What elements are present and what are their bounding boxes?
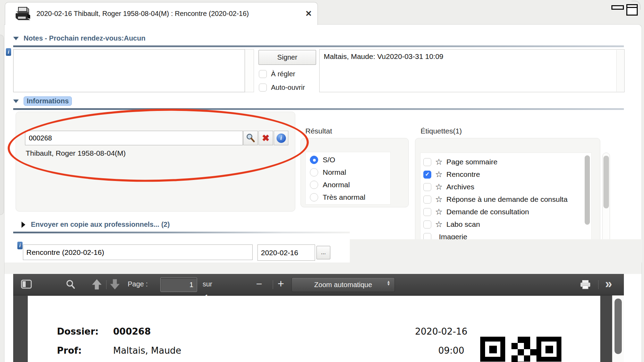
doc-date: 2020-02-16 xyxy=(415,326,467,337)
arrow-down-icon xyxy=(110,279,120,290)
zoom-out-button[interactable]: − xyxy=(256,278,262,290)
patient-info-button[interactable]: i xyxy=(274,131,288,145)
note-scrollbar-track[interactable] xyxy=(245,49,254,92)
envoyer-section-header[interactable]: Envoyer en copie aux professionnels... (… xyxy=(22,221,170,229)
patient-id-input[interactable] xyxy=(25,131,243,145)
expand-triangle-icon[interactable] xyxy=(22,222,25,228)
pdf-scrollbar-thumb[interactable] xyxy=(615,299,622,354)
radio-anormal[interactable] xyxy=(310,181,318,189)
info-glyph: i xyxy=(8,49,9,55)
etiquettes-listbox: ✓ ☆ Page sommaire ✓ ☆ Rencontre ✓ ☆ Arch… xyxy=(420,153,592,242)
star-icon: ☆ xyxy=(435,183,443,191)
tag-row-demande-consultation[interactable]: ✓ ☆ Demande de consultation xyxy=(423,206,591,218)
etiquettes-vertical-scrollbar[interactable] xyxy=(585,155,590,225)
qr-code xyxy=(480,337,561,362)
toolbar-divider xyxy=(598,280,599,289)
tag-checkbox[interactable]: ✓ xyxy=(423,183,431,191)
tag-checkbox[interactable]: ✓ xyxy=(423,158,431,166)
search-icon xyxy=(246,133,255,143)
previous-page-button[interactable] xyxy=(92,279,102,290)
page-count-label: 1 xyxy=(205,293,209,301)
page-number-input[interactable] xyxy=(160,277,197,292)
signer-button[interactable]: Signer xyxy=(259,50,316,65)
radio-tres-anormal[interactable] xyxy=(310,193,318,201)
document-title-input[interactable] xyxy=(23,244,253,260)
pdf-search-button[interactable] xyxy=(65,279,76,290)
seen-panel-scrollbar[interactable] xyxy=(616,50,624,92)
pdf-scrollbar-track[interactable] xyxy=(612,295,624,362)
note-textarea[interactable] xyxy=(13,49,245,92)
informations-divider xyxy=(13,108,624,110)
printer-icon xyxy=(579,279,591,290)
pdf-toolbar: Page : sur − + Zoom automatique ▴▾ ⚙ xyxy=(13,274,624,295)
radio-row-anormal[interactable]: Anormal xyxy=(310,179,390,191)
radio-so[interactable] xyxy=(310,156,318,164)
tag-row-rencontre[interactable]: ✓ ☆ Rencontre xyxy=(423,168,591,181)
tag-label: Archives xyxy=(447,183,475,191)
radio-row-so[interactable]: S/O xyxy=(310,154,390,166)
radio-row-normal[interactable]: Normal xyxy=(310,166,390,179)
notes-section-header[interactable]: Notes - Prochain rendez-vous:Aucun xyxy=(13,34,145,42)
spinner-icon: ▴▾ xyxy=(387,280,390,286)
patient-name-label: Thibault, Roger 1958-08-04(M) xyxy=(26,149,126,157)
toolbar-divider xyxy=(273,280,273,289)
background-band xyxy=(5,262,642,274)
a-regler-checkbox[interactable]: ✓ xyxy=(259,70,267,78)
auto-ouvrir-label: Auto-ouvrir xyxy=(271,84,305,92)
pdf-print-button[interactable] xyxy=(579,279,591,290)
tag-label: Labo scan xyxy=(447,220,480,229)
document-tab[interactable]: 2020-02-16 Thibault, Roger 1958-08-04(M)… xyxy=(5,2,318,25)
signer-button-label: Signer xyxy=(277,53,297,61)
tag-row-page-sommaire[interactable]: ✓ ☆ Page sommaire xyxy=(423,156,591,168)
tag-row-labo-scan[interactable]: ✓ ☆ Labo scan xyxy=(423,218,591,231)
etiquettes-title: Étiquettes(1) xyxy=(421,127,462,135)
sidebar-toggle-button[interactable] xyxy=(21,279,32,289)
prof-value: Maltais, Maude xyxy=(113,345,181,356)
radio-tres-anormal-label: Très anormal xyxy=(323,193,365,201)
document-date-input[interactable] xyxy=(257,244,315,261)
radio-anormal-label: Anormal xyxy=(323,181,350,189)
zoom-select-value: Zoom automatique xyxy=(314,281,372,289)
tag-checkbox[interactable]: ✓ xyxy=(423,221,431,229)
browse-button-label: ... xyxy=(321,249,326,256)
dossier-value: 000268 xyxy=(113,326,151,337)
tag-checkbox[interactable]: ✓ xyxy=(423,208,431,216)
star-icon: ☆ xyxy=(435,220,443,229)
outer-vertical-scrollbar[interactable] xyxy=(602,153,610,253)
patient-search-button[interactable] xyxy=(243,131,258,145)
next-page-button[interactable] xyxy=(110,279,120,290)
tag-checkbox[interactable]: ✓ xyxy=(423,196,431,204)
tab-close-icon[interactable]: ✕ xyxy=(305,10,312,18)
collapse-triangle-icon[interactable] xyxy=(13,37,19,40)
tag-label: Rencontre xyxy=(447,170,480,179)
background-panel-edge xyxy=(0,35,4,215)
note-info-icon: i xyxy=(6,48,11,56)
page-of-label: sur xyxy=(203,280,212,288)
pdf-page: Dossier: 000268 2020-02-16 Prof: Maltais… xyxy=(28,296,600,362)
resultat-options-box: S/O Normal Anormal Très anormal xyxy=(305,152,391,205)
tag-label: Réponse à une demande de consulta xyxy=(447,195,568,204)
zoom-select[interactable]: Zoom automatique ▴▾ xyxy=(291,277,395,292)
toolbar-more-button[interactable]: » xyxy=(605,278,612,290)
tag-row-reponse-consultation[interactable]: ✓ ☆ Réponse à une demande de consulta xyxy=(423,193,591,206)
scrollbar-thumb[interactable] xyxy=(603,156,609,208)
informations-section-header[interactable]: Informations xyxy=(13,96,72,106)
minimize-button[interactable] xyxy=(611,5,624,10)
maximize-button[interactable] xyxy=(626,4,638,16)
doc-time: 09:00 xyxy=(438,345,464,356)
prof-label: Prof: xyxy=(57,345,82,356)
tag-checkbox[interactable]: ✓ xyxy=(423,171,431,179)
resultat-title: Résultat xyxy=(305,127,332,135)
zoom-in-button[interactable]: + xyxy=(278,277,284,290)
auto-ouvrir-checkbox-row[interactable]: ✓ Auto-ouvrir xyxy=(259,84,305,92)
auto-ouvrir-checkbox[interactable]: ✓ xyxy=(259,84,267,92)
radio-normal[interactable] xyxy=(310,168,318,176)
date-browse-button[interactable]: ... xyxy=(316,246,330,259)
collapse-triangle-icon[interactable] xyxy=(13,100,19,103)
radio-row-tres-anormal[interactable]: Très anormal xyxy=(310,191,390,204)
star-icon: ☆ xyxy=(435,208,443,216)
star-icon: ☆ xyxy=(435,195,443,204)
patient-clear-button[interactable]: ✖ xyxy=(259,131,273,145)
tag-row-archives[interactable]: ✓ ☆ Archives xyxy=(423,181,591,193)
a-regler-checkbox-row[interactable]: ✓ À régler xyxy=(259,70,295,78)
